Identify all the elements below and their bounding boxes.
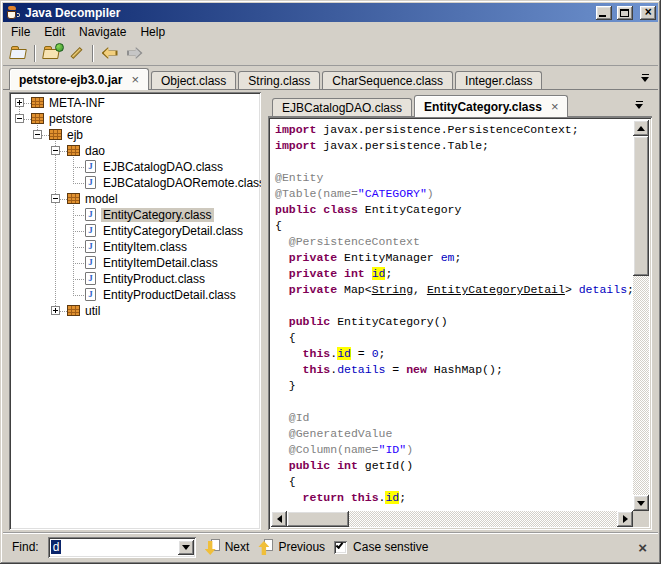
tree-item-label[interactable]: EJBCatalogDAORemote.class: [101, 176, 261, 190]
code-line: @GeneratedValue: [275, 426, 629, 442]
tree-item-dao[interactable]: dao: [11, 143, 259, 159]
close-icon: ×: [640, 6, 656, 19]
open-file-button[interactable]: [6, 42, 31, 64]
tab-list-icon[interactable]: [641, 74, 650, 83]
find-input-value: d: [51, 540, 62, 554]
tree-item-label[interactable]: EntityCategory.class: [101, 208, 214, 222]
package-tree-panel[interactable]: META-INFpetstoreejbdaoJEJBCatalogDAO.cla…: [9, 92, 261, 530]
tree-item-util[interactable]: util: [11, 303, 259, 319]
vertical-scroll-thumb[interactable]: [633, 136, 649, 276]
tree-item-meta-inf[interactable]: META-INF: [11, 95, 259, 111]
tree-item-label[interactable]: util: [83, 304, 102, 318]
tree-item-label[interactable]: EntityProductDetail.class: [101, 288, 238, 302]
menu-file[interactable]: File: [4, 23, 37, 41]
menu-help[interactable]: Help: [133, 23, 172, 41]
scroll-down-button[interactable]: [633, 495, 649, 511]
close-tab-icon[interactable]: ×: [131, 75, 139, 85]
tree-item-petstore[interactable]: petstore: [11, 111, 259, 127]
tab-string-class[interactable]: String.class: [238, 71, 320, 90]
tab-label: CharSequence.class: [332, 74, 443, 88]
find-close-button[interactable]: ×: [636, 540, 649, 555]
tree-item-label[interactable]: EntityItem.class: [101, 240, 189, 254]
tab-object-class[interactable]: Object.class: [151, 71, 236, 90]
scroll-up-button[interactable]: [633, 120, 649, 136]
tab-integer-class[interactable]: Integer.class: [455, 71, 542, 90]
tab-label: petstore-ejb3.0.jar: [19, 73, 122, 87]
tree-item-label[interactable]: EntityProduct.class: [101, 272, 207, 286]
tree-item-label[interactable]: model: [83, 192, 120, 206]
tree-item-ejbcatalogdaoremote-class[interactable]: JEJBCatalogDAORemote.class: [11, 175, 259, 191]
close-tab-icon[interactable]: ×: [551, 102, 559, 112]
horizontal-scrollbar[interactable]: [271, 511, 633, 527]
expander-plus-icon[interactable]: [51, 306, 60, 315]
tree-connector-line: [24, 119, 31, 120]
source-code[interactable]: import javax.persistence.PersistenceCont…: [271, 120, 633, 511]
find-previous-button[interactable]: Previous: [258, 539, 325, 555]
tree-item-ejb[interactable]: ejb: [11, 127, 259, 143]
tree-item-label[interactable]: EJBCatalogDAO.class: [101, 160, 225, 174]
tree-item-label[interactable]: ejb: [65, 128, 85, 142]
find-input[interactable]: d: [48, 537, 196, 558]
titlebar[interactable]: Java Decompiler ×: [3, 3, 658, 22]
expander-minus-icon[interactable]: [15, 114, 24, 123]
tree-item-model[interactable]: model: [11, 191, 259, 207]
scroll-left-button[interactable]: [271, 511, 287, 527]
code-token: {: [275, 331, 296, 344]
tab-petstore-ejb3-0-jar[interactable]: petstore-ejb3.0.jar×: [9, 68, 149, 90]
open-type-hierarchy-button[interactable]: [39, 42, 64, 64]
tab-ejbcatalogdao-class[interactable]: EJBCatalogDAO.class: [272, 98, 412, 117]
scroll-right-button[interactable]: [617, 511, 633, 527]
class-file-icon: J: [85, 176, 96, 189]
tree-item-entityitem-class[interactable]: JEntityItem.class: [11, 239, 259, 255]
type-link[interactable]: String: [372, 283, 413, 296]
editor-panel: EJBCatalogDAO.classEntityCategory.class×…: [268, 92, 652, 530]
type-link[interactable]: EntityCategoryDetail: [427, 283, 565, 296]
expander-minus-icon[interactable]: [33, 130, 42, 139]
tree-item-entitycategorydetail-class[interactable]: JEntityCategoryDetail.class: [11, 223, 259, 239]
search-highlight: id: [337, 347, 351, 360]
code-token: public: [275, 203, 316, 216]
tab-list-icon[interactable]: [635, 101, 644, 110]
expander-minus-icon[interactable]: [51, 194, 60, 203]
tree-item-entityproductdetail-class[interactable]: JEntityProductDetail.class: [11, 287, 259, 303]
expander-minus-icon[interactable]: [51, 146, 60, 155]
menu-edit[interactable]: Edit: [37, 23, 72, 41]
code-line: private Map<String, EntityCategoryDetail…: [275, 282, 629, 298]
close-button[interactable]: ×: [640, 6, 656, 20]
minimize-button[interactable]: [596, 6, 612, 20]
code-line: public class EntityCategory: [275, 202, 629, 218]
horizontal-scroll-track[interactable]: [287, 511, 617, 527]
back-button[interactable]: [97, 42, 122, 64]
tree-item-label[interactable]: EntityCategoryDetail.class: [101, 224, 245, 238]
find-dropdown-button[interactable]: [178, 540, 194, 555]
panel-splitter[interactable]: [261, 92, 268, 530]
tree-item-entitycategory-class[interactable]: JEntityCategory.class: [11, 207, 259, 223]
tab-entitycategory-class[interactable]: EntityCategory.class×: [414, 95, 568, 117]
code-token: [337, 267, 344, 280]
scroll-down-icon: [637, 501, 645, 506]
vertical-scrollbar[interactable]: [633, 120, 649, 511]
maximize-button[interactable]: [617, 6, 633, 20]
forward-button[interactable]: [122, 42, 147, 64]
vertical-scroll-track[interactable]: [633, 136, 649, 495]
tree-item-entityitemdetail-class[interactable]: JEntityItemDetail.class: [11, 255, 259, 271]
tree-item-label[interactable]: META-INF: [47, 96, 107, 110]
menu-navigate[interactable]: Navigate: [72, 23, 133, 41]
tree-item-label[interactable]: EntityItemDetail.class: [101, 256, 220, 270]
find-next-button[interactable]: Next: [205, 539, 250, 555]
tree-item-label[interactable]: petstore: [47, 112, 94, 126]
code-area[interactable]: import javax.persistence.PersistenceCont…: [268, 117, 652, 530]
tree-item-entityproduct-class[interactable]: JEntityProduct.class: [11, 271, 259, 287]
horizontal-scroll-thumb[interactable]: [287, 511, 349, 527]
tab-label: String.class: [248, 74, 310, 88]
checkbox-checked-icon[interactable]: [334, 541, 347, 554]
tab-charsequence-class[interactable]: CharSequence.class: [322, 71, 453, 90]
search-button[interactable]: [64, 42, 89, 64]
code-token: import: [275, 139, 316, 152]
expander-plus-icon[interactable]: [15, 98, 24, 107]
code-line: {: [275, 218, 629, 234]
app-coffee-icon: [5, 5, 21, 21]
case-sensitive-option[interactable]: Case senstive: [334, 540, 428, 554]
tree-item-ejbcatalogdao-class[interactable]: JEJBCatalogDAO.class: [11, 159, 259, 175]
tree-item-label[interactable]: dao: [83, 144, 107, 158]
